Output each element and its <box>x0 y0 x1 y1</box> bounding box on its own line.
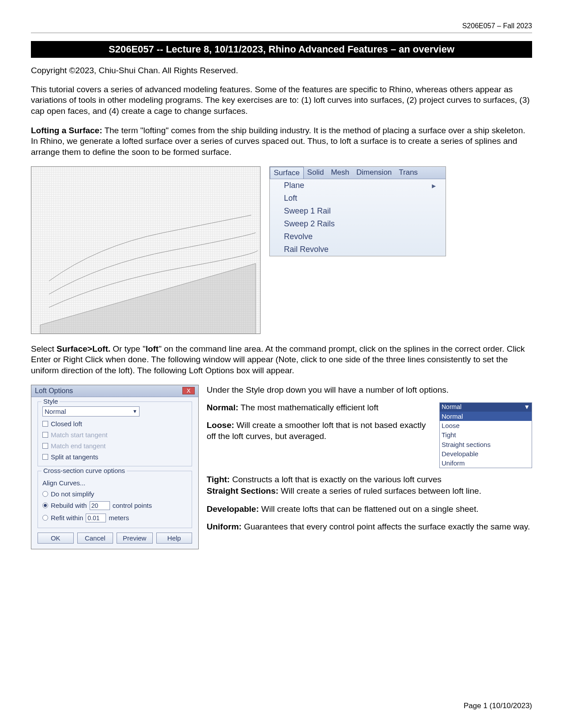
copyright-line: Copyright ©2023, Chiu-Shui Chan. All Rig… <box>31 66 532 75</box>
refit-input[interactable]: 0.01 <box>86 514 106 522</box>
rebuild-input[interactable]: 20 <box>90 501 110 510</box>
page-header-course: S206E057 – Fall 2023 <box>31 22 532 30</box>
menu-item-loft[interactable]: Loft <box>270 192 446 205</box>
cross-section-label: Cross-section curve options <box>42 467 127 474</box>
chevron-down-icon: ▼ <box>132 409 137 414</box>
help-button[interactable]: Help <box>156 533 193 544</box>
tab-surface[interactable]: Surface <box>270 167 304 179</box>
tab-solid[interactable]: Solid <box>304 167 328 179</box>
intro-paragraph: This tutorial covers a series of advance… <box>31 84 532 116</box>
menu-item-railrevolve[interactable]: Rail Revolve <box>270 243 446 256</box>
lofting-heading: Lofting a Surface: <box>31 126 102 135</box>
dialog-titlebar: Loft Options X <box>31 385 198 397</box>
checkbox-match-start <box>42 432 48 438</box>
radio-refit[interactable] <box>42 515 48 521</box>
lofting-body: The term "lofting" comes from the ship b… <box>31 126 525 157</box>
menu-item-revolve[interactable]: Revolve <box>270 230 446 243</box>
preview-button[interactable]: Preview <box>117 533 153 544</box>
dialog-title-text: Loft Options <box>35 387 73 395</box>
style-option-uniform[interactable]: Uniform <box>440 458 532 468</box>
style-group-label: Style <box>42 398 60 405</box>
menu-items: Plane Loft Sweep 1 Rail Sweep 2 Rails Re… <box>270 179 446 256</box>
viewport-screenshot <box>31 166 261 334</box>
tab-dimension[interactable]: Dimension <box>353 167 395 179</box>
checkbox-split[interactable] <box>42 454 48 460</box>
ok-button[interactable]: OK <box>38 533 74 544</box>
style-option-straight[interactable]: Straight sections <box>440 440 532 449</box>
style-dropdown[interactable]: Normal▼ <box>42 406 140 417</box>
style-option-tight[interactable]: Tight <box>440 430 532 439</box>
close-icon[interactable]: X <box>182 387 195 394</box>
style-option-loose[interactable]: Loose <box>440 421 532 430</box>
checkbox-closed[interactable] <box>42 421 48 427</box>
page-footer: Page 1 (10/10/2023) <box>464 702 532 710</box>
tab-trans[interactable]: Trans <box>395 167 421 179</box>
lofting-paragraph: Lofting a Surface: The term "lofting" co… <box>31 125 532 158</box>
menu-item-sweep1[interactable]: Sweep 1 Rail <box>270 205 446 218</box>
style-option-normal[interactable]: Normal <box>440 412 532 421</box>
style-option-developable[interactable]: Developable <box>440 449 532 458</box>
checkbox-match-end <box>42 443 48 449</box>
style-dropdown-expanded: Normal▼ Normal Loose Tight Straight sect… <box>439 402 532 468</box>
under-style-text: Under the Style drop down you will have … <box>207 385 532 395</box>
select-instructions: Select Surface>Loft. Or type "loft" on t… <box>31 344 532 376</box>
lecture-title: S206E057 -- Lecture 8, 10/11/2023, Rhino… <box>31 41 532 58</box>
cancel-button[interactable]: Cancel <box>77 533 113 544</box>
menu-tabs: Surface Solid Mesh Dimension Trans <box>270 167 446 179</box>
header-divider <box>31 33 532 33</box>
surface-menu-screenshot: Surface Solid Mesh Dimension Trans Plane… <box>269 166 446 256</box>
menu-item-plane[interactable]: Plane <box>270 179 446 192</box>
cross-section-group: Cross-section curve options Align Curves… <box>38 471 192 528</box>
radio-rebuild[interactable] <box>42 503 48 508</box>
tab-mesh[interactable]: Mesh <box>327 167 353 179</box>
style-group: Style Normal▼ Closed loft Match start ta… <box>38 402 192 466</box>
align-curves-link[interactable]: Align Curves... <box>42 479 86 487</box>
menu-item-sweep2[interactable]: Sweep 2 Rails <box>270 218 446 230</box>
chevron-down-icon: ▼ <box>524 403 530 411</box>
loft-options-dialog: Loft Options X Style Normal▼ Closed loft… <box>31 385 199 549</box>
radio-do-not-simplify[interactable] <box>42 491 48 497</box>
style-list-header[interactable]: Normal▼ <box>440 403 532 412</box>
